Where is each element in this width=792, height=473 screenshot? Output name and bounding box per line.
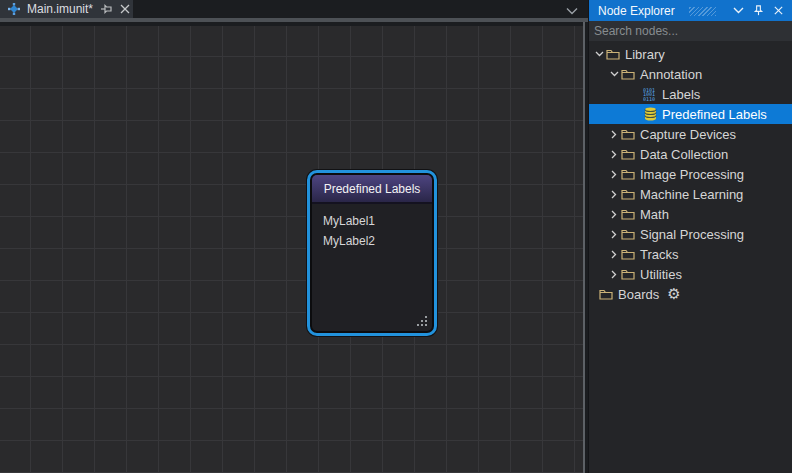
panel-drag-grip[interactable] — [689, 7, 716, 16]
search-input[interactable] — [589, 21, 792, 41]
tree-item-data-collection[interactable]: Data Collection — [589, 144, 792, 164]
gear-icon[interactable]: ⚙ — [667, 287, 680, 301]
chevron-right-icon[interactable] — [607, 247, 621, 261]
chevron-down-icon[interactable] — [592, 47, 606, 61]
chevron-right-icon[interactable] — [607, 147, 621, 161]
chevron-right-icon[interactable] — [607, 227, 621, 241]
tab-main-imunit[interactable]: Main.imunit* — [0, 0, 133, 18]
tree-item-capture-devices[interactable]: Capture Devices — [589, 124, 792, 144]
chevron-right-icon[interactable] — [607, 167, 621, 181]
panel-header[interactable]: Node Explorer — [589, 0, 792, 21]
resize-grip-icon[interactable] — [417, 316, 428, 327]
pin-icon[interactable] — [750, 3, 766, 19]
predefined-labels-node[interactable]: Predefined Labels MyLabel1 MyLabel2 — [307, 170, 437, 336]
tab-list-chevron-icon[interactable] — [564, 3, 580, 19]
folder-icon — [621, 67, 635, 81]
binary-labels-icon: 010110010110 — [643, 87, 657, 101]
tree-item-image-processing[interactable]: Image Processing — [589, 164, 792, 184]
chevron-right-icon[interactable] — [607, 267, 621, 281]
node-explorer-panel: Node Explorer — [588, 0, 792, 473]
tree-item-library[interactable]: Library — [589, 44, 792, 64]
node-canvas[interactable]: Predefined Labels MyLabel1 MyLabel2 — [0, 26, 584, 473]
folder-icon — [621, 127, 635, 141]
close-icon[interactable] — [119, 1, 131, 17]
node-tree: Library Annotation 010110010110 Lab — [589, 41, 792, 304]
node-label-item: MyLabel1 — [323, 211, 432, 231]
folder-icon — [621, 167, 635, 181]
close-icon[interactable] — [770, 3, 786, 19]
folder-icon — [606, 47, 620, 61]
svg-text:0110: 0110 — [643, 96, 655, 102]
folder-icon — [599, 287, 613, 301]
folder-icon — [621, 207, 635, 221]
folder-icon — [621, 267, 635, 281]
tree-item-machine-learning[interactable]: Machine Learning — [589, 184, 792, 204]
tab-title: Main.imunit* — [27, 2, 93, 16]
tree-item-predefined-labels[interactable]: Predefined Labels — [589, 104, 792, 124]
chevron-right-icon[interactable] — [607, 127, 621, 141]
tree-item-math[interactable]: Math — [589, 204, 792, 224]
tree-item-boards[interactable]: Boards ⚙ — [589, 284, 792, 304]
search-row — [589, 21, 792, 41]
panel-title: Node Explorer — [598, 4, 675, 18]
tree-item-utilities[interactable]: Utilities — [589, 264, 792, 284]
folder-icon — [621, 147, 635, 161]
editor-area: Main.imunit* — [0, 0, 588, 473]
canvas-scrollbar[interactable] — [583, 22, 585, 473]
tab-bar: Main.imunit* — [0, 0, 588, 22]
chevron-down-icon[interactable] — [607, 67, 621, 81]
tree-item-signal-processing[interactable]: Signal Processing — [589, 224, 792, 244]
node-label-item: MyLabel2 — [323, 231, 432, 251]
pin-icon[interactable] — [99, 1, 113, 17]
chevron-right-icon[interactable] — [607, 207, 621, 221]
tree-item-annotation[interactable]: Annotation — [589, 64, 792, 84]
folder-icon — [621, 227, 635, 241]
node-title[interactable]: Predefined Labels — [312, 175, 432, 204]
folder-icon — [621, 187, 635, 201]
folder-icon — [621, 247, 635, 261]
tree-item-tracks[interactable]: Tracks — [589, 244, 792, 264]
chevron-right-icon[interactable] — [607, 187, 621, 201]
node-graph-icon — [7, 2, 21, 16]
database-icon — [643, 107, 657, 121]
chevron-down-icon[interactable] — [730, 3, 746, 19]
app-window: Main.imunit* — [0, 0, 792, 473]
tree-item-labels[interactable]: 010110010110 Labels — [589, 84, 792, 104]
